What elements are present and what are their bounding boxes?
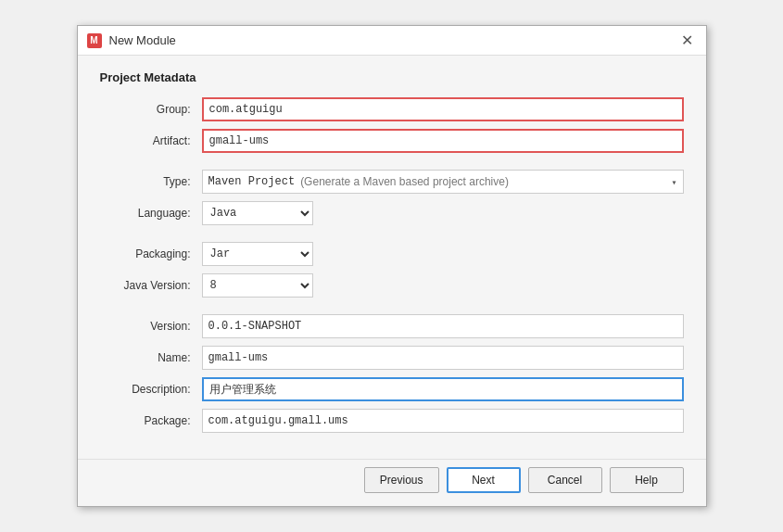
previous-button[interactable]: Previous <box>364 467 439 493</box>
version-label: Version: <box>100 320 202 333</box>
java-version-row: Java Version: 8 <box>100 273 684 298</box>
group-label: Group: <box>100 103 202 116</box>
close-button[interactable]: ✕ <box>677 33 697 48</box>
package-input[interactable] <box>202 409 684 433</box>
name-label: Name: <box>100 351 202 364</box>
type-select[interactable]: Maven Project (Generate a Maven based pr… <box>202 170 684 194</box>
artifact-row: Artifact: <box>100 129 684 153</box>
title-bar-left: M New Module <box>87 33 176 48</box>
language-label: Language: <box>100 207 202 220</box>
description-input[interactable] <box>202 377 684 401</box>
package-label: Package: <box>100 414 202 427</box>
dialog-icon: M <box>87 33 102 48</box>
artifact-input[interactable] <box>202 129 684 153</box>
group-row: Group: <box>100 97 684 121</box>
java-version-label: Java Version: <box>100 279 202 292</box>
type-label: Type: <box>100 175 202 188</box>
group-input[interactable] <box>202 97 684 121</box>
new-module-dialog: M New Module ✕ Project Metadata Group: A… <box>77 25 707 507</box>
dialog-footer: Previous Next Cancel Help <box>78 459 706 506</box>
java-version-select[interactable]: 8 <box>202 273 313 298</box>
title-bar: M New Module ✕ <box>78 26 706 56</box>
help-button[interactable]: Help <box>610 467 684 493</box>
version-row: Version: <box>100 314 684 338</box>
packaging-row: Packaging: Jar <box>100 242 684 266</box>
packaging-label: Packaging: <box>100 247 202 260</box>
type-row: Type: Maven Project (Generate a Maven ba… <box>100 170 684 194</box>
packaging-select[interactable]: Jar <box>202 242 313 266</box>
name-input[interactable] <box>202 346 684 370</box>
type-description: (Generate a Maven based project archive) <box>300 175 509 188</box>
type-value: Maven Project <box>208 175 296 188</box>
cancel-button[interactable]: Cancel <box>528 467 602 493</box>
package-row: Package: <box>100 409 684 433</box>
version-input[interactable] <box>202 314 684 338</box>
type-arrow-icon: ▾ <box>671 177 676 187</box>
description-row: Description: <box>100 377 684 401</box>
language-select[interactable]: Java <box>202 201 313 225</box>
dialog-title: New Module <box>109 33 176 47</box>
artifact-label: Artifact: <box>100 134 202 147</box>
description-label: Description: <box>100 383 202 396</box>
name-row: Name: <box>100 346 684 370</box>
language-row: Language: Java <box>100 201 684 225</box>
next-button[interactable]: Next <box>447 467 521 493</box>
dialog-body: Project Metadata Group: Artifact: Type: … <box>78 56 706 451</box>
section-title: Project Metadata <box>100 70 684 84</box>
